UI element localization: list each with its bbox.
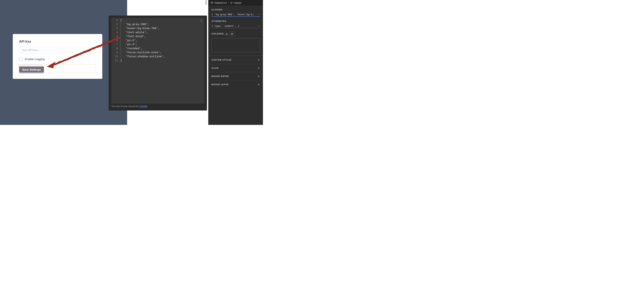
line-number: 5 — [111, 35, 120, 38]
expander-label: CUSTOM STYLES — [212, 59, 232, 61]
breadcrumb-separator: / — [228, 1, 229, 4]
svg-rect-0 — [211, 2, 213, 3]
branch-icon — [230, 2, 233, 4]
expander-row[interactable]: CLICK+ — [208, 64, 263, 72]
code-text: 'font-bold', — [120, 35, 146, 38]
enable-logging-checkbox[interactable] — [19, 57, 23, 61]
code-line[interactable]: 11] — [111, 59, 204, 63]
code-editor-panel: 1[2 'bg-gray-500',3 'hover:bg-blue-700',… — [109, 15, 207, 111]
expander-label: CLICK — [212, 67, 219, 69]
classes-input[interactable]: [ 'bg-gray-500', 'hover:bg-b… ⋯ — [212, 13, 260, 17]
warning-icon — [226, 33, 228, 35]
expander-label: MOUSE LEAVE — [212, 83, 228, 86]
attributes-label: ATTRIBUTES — [212, 20, 260, 22]
enable-logging-label: Enable Logging — [25, 58, 44, 61]
breadcrumb-project[interactable]: Tailwind UI — [214, 1, 227, 4]
code-text: 'text-white', — [120, 31, 148, 34]
line-number: 3 — [111, 27, 120, 30]
code-text: 'focus:outline-none', — [120, 51, 162, 54]
editor-footer-text: The text format should be — [111, 105, 139, 108]
code-line[interactable]: 9 'focus:outline-none', — [111, 51, 204, 55]
attributes-input[interactable]: { type: 'submit', } ⋯ — [212, 24, 260, 28]
line-number: 2 — [111, 23, 120, 26]
code-line[interactable]: 6 'py-2', — [111, 38, 204, 42]
editor-footer: The text format should be JSON5. — [111, 105, 204, 109]
line-number: 9 — [111, 51, 120, 54]
code-line[interactable]: 2 'bg-gray-500', — [111, 22, 204, 26]
svg-point-8 — [232, 34, 232, 34]
scrollbar-thumb[interactable] — [205, 0, 207, 5]
code-line[interactable]: 10 'focus:shadow-outline', — [111, 55, 204, 59]
line-number: 11 — [111, 59, 120, 62]
expander-label: MOUSE ENTER — [212, 75, 229, 78]
code-line[interactable]: 8 'rounded', — [111, 46, 204, 51]
settings-card: API Key Enable Logging Save Settings — [13, 34, 102, 79]
svg-point-3 — [231, 3, 231, 4]
plus-icon[interactable]: + — [258, 58, 260, 62]
target-icon — [231, 33, 233, 35]
code-text: 'px-4', — [120, 43, 138, 46]
project-icon — [211, 1, 213, 4]
code-line[interactable]: 7 'px-4', — [111, 42, 204, 46]
classes-label: CLASSES — [212, 8, 260, 11]
breadcrumb-bar[interactable]: Tailwind UI / master — [208, 0, 263, 5]
code-line[interactable]: 4 'text-white', — [111, 30, 204, 34]
expander-row[interactable]: CUSTOM STYLES+ — [208, 56, 263, 64]
svg-point-4 — [232, 2, 232, 2]
more-icon[interactable]: ⋯ — [258, 13, 260, 16]
children-dropzone[interactable] — [212, 38, 260, 52]
line-number: 8 — [111, 47, 120, 50]
svg-point-6 — [226, 34, 227, 34]
breadcrumb-branch[interactable]: master — [234, 1, 242, 4]
line-number: 6 — [111, 39, 120, 42]
line-number: 10 — [111, 55, 120, 58]
api-key-field-wrap — [19, 47, 96, 54]
code-text: 'rounded', — [120, 47, 143, 50]
code-text: [ — [120, 19, 122, 22]
code-line[interactable]: 1[ — [111, 18, 204, 22]
target-button[interactable] — [230, 31, 234, 36]
code-text: 'hover:bg-blue-700', — [120, 27, 160, 30]
code-text: 'py-2', — [120, 39, 138, 42]
json5-link[interactable]: JSON5 — [139, 105, 147, 108]
line-number: 7 — [111, 43, 120, 46]
enable-logging-row[interactable]: Enable Logging — [19, 57, 96, 61]
save-settings-button[interactable]: Save Settings — [19, 66, 44, 73]
expander-row[interactable]: MOUSE ENTER+ — [208, 72, 263, 80]
svg-point-2 — [231, 2, 231, 2]
children-section: CHILDREN — [208, 28, 263, 53]
children-label: CHILDREN — [212, 33, 224, 35]
code-line[interactable]: 3 'hover:bg-blue-700', — [111, 26, 204, 30]
plus-icon[interactable]: + — [258, 83, 260, 87]
code-editor[interactable]: 1[2 'bg-gray-500',3 'hover:bg-blue-700',… — [111, 18, 204, 104]
line-number: 1 — [111, 19, 120, 22]
properties-panel: Tailwind UI / master CLASSES [ 'bg-gray-… — [208, 0, 263, 125]
more-icon[interactable]: ⋯ — [258, 24, 260, 27]
code-text: 'bg-gray-500', — [120, 23, 150, 26]
attributes-section: ATTRIBUTES { type: 'submit', } ⋯ — [208, 17, 263, 28]
plus-icon[interactable]: + — [258, 66, 260, 70]
swap-icon[interactable] — [200, 19, 204, 23]
line-number: 4 — [111, 31, 120, 34]
plus-icon[interactable]: + — [258, 74, 260, 78]
code-line[interactable]: 5 'font-bold', — [111, 34, 204, 38]
code-text: 'focus:shadow-outline', — [120, 55, 165, 58]
card-title: API Key — [19, 40, 96, 43]
classes-section: CLASSES [ 'bg-gray-500', 'hover:bg-b… ⋯ — [208, 5, 263, 17]
expander-row[interactable]: MOUSE LEAVE+ — [208, 80, 263, 89]
api-key-input[interactable] — [19, 47, 96, 54]
code-text: ] — [120, 59, 122, 62]
